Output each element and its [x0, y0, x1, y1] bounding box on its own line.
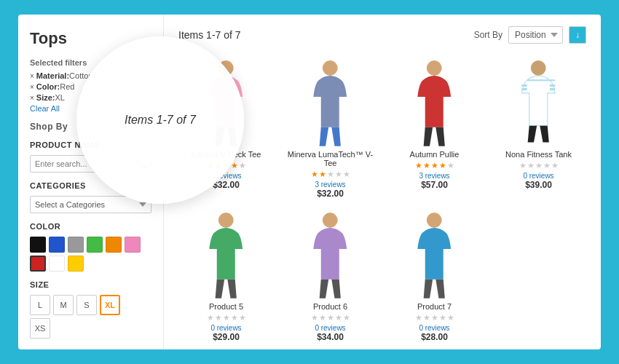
price-7: $28.00 [421, 332, 448, 342]
remove-size-filter[interactable]: × [30, 94, 34, 102]
selected-filters-label: Selected filters [30, 58, 151, 67]
filter-color: × Color:Red [30, 82, 151, 91]
product-card-4: Nona Fitness Tank ★★★★★ 0 reviews $39.00 [491, 55, 586, 199]
product-name-6: Product 6 [313, 302, 347, 311]
reviews-link-6[interactable]: 0 reviews [315, 324, 345, 332]
reviews-link-7[interactable]: 0 reviews [419, 324, 449, 332]
color-swatch-blue[interactable] [49, 237, 65, 253]
price-3: $57.00 [421, 180, 448, 190]
stars-4: ★★★★★ [519, 161, 559, 170]
product-image-4[interactable] [491, 55, 586, 150]
product-name-7: Product 7 [417, 302, 452, 311]
size-options-row2: XS [30, 318, 151, 339]
filter-material: × Material:Cotton [30, 71, 151, 80]
product-name-search-input[interactable] [35, 159, 135, 168]
product-image-1[interactable] [178, 55, 274, 150]
price-1: $32.00 [213, 180, 240, 190]
product-image-7[interactable] [387, 207, 482, 302]
color-swatch-orange[interactable] [106, 237, 122, 253]
size-S[interactable]: S [76, 295, 97, 315]
product-name-1: Karissa V-Neck Tee [192, 150, 261, 159]
product-name-3: Autumn Pullie [410, 150, 460, 159]
product-image-6[interactable] [283, 207, 378, 302]
size-section-title: SIZE [30, 280, 151, 289]
categories-section-title: CATEGORIES [30, 181, 151, 190]
product-card-6: Product 6 ★★★★★ 0 reviews $34.00 [283, 207, 378, 342]
price-6: $34.00 [317, 332, 344, 342]
svg-point-11 [427, 213, 442, 228]
color-section-title: COLOR [30, 222, 151, 231]
sort-select[interactable]: Position Name Price [508, 26, 563, 44]
page-title: Tops [30, 29, 151, 48]
size-XL[interactable]: XL [100, 295, 120, 315]
svg-point-9 [218, 213, 234, 228]
size-M[interactable]: M [53, 295, 74, 315]
product-card-1: Karissa V-Neck Tee ★★★★★ 3 reviews $32.0… [178, 55, 274, 199]
color-swatch-gray[interactable] [68, 237, 84, 253]
clear-all-link[interactable]: Clear All [30, 104, 151, 113]
color-swatch-green[interactable] [87, 237, 103, 253]
product-name-5: Product 5 [209, 302, 243, 311]
svg-point-10 [323, 213, 338, 228]
stars-7: ★★★★★ [415, 313, 454, 323]
shop-by-label: Shop By [30, 122, 151, 132]
size-XS[interactable]: XS [30, 318, 50, 339]
product-card-7: Product 7 ★★★★★ 0 reviews $28.00 [387, 207, 482, 342]
main-container: Tops Selected filters × Material:Cotton … [18, 15, 601, 349]
size-options: L M S XL [30, 295, 151, 315]
stars-2: ★★★★★ [311, 170, 350, 179]
color-swatch-yellow[interactable] [68, 256, 84, 272]
items-count: Items 1-7 of 7 [178, 29, 241, 41]
product-name-search-box: 🔍 [30, 155, 151, 173]
product-card-5: Product 5 ★★★★★ 0 reviews $29.00 [178, 207, 274, 342]
reviews-link-1[interactable]: 3 reviews [210, 172, 241, 180]
reviews-link-4[interactable]: 0 reviews [523, 172, 553, 180]
product-image-3[interactable] [387, 55, 482, 150]
price-2: $32.00 [317, 189, 344, 199]
stars-5: ★★★★★ [207, 313, 246, 323]
price-5: $29.00 [213, 332, 240, 342]
main-header: Items 1-7 of 7 Sort By Position Name Pri… [178, 26, 586, 44]
svg-point-1 [323, 60, 338, 76]
color-swatch-red[interactable] [30, 256, 46, 272]
size-L[interactable]: L [30, 295, 50, 315]
product-name-section-title: PRODUCT NAME [30, 141, 151, 149]
svg-point-3 [531, 60, 546, 76]
color-swatches [30, 237, 151, 272]
sort-bar: Sort By Position Name Price ↓ [474, 26, 586, 44]
remove-material-filter[interactable]: × [30, 72, 34, 80]
main-content: Items 1-7 of 7 Sort By Position Name Pri… [164, 15, 601, 349]
svg-point-2 [427, 60, 442, 76]
stars-6: ★★★★★ [311, 313, 350, 323]
svg-point-0 [218, 60, 234, 76]
sort-label: Sort By [474, 30, 502, 40]
product-name-4: Nona Fitness Tank [505, 150, 572, 159]
products-grid: Karissa V-Neck Tee ★★★★★ 3 reviews $32.0… [178, 55, 586, 342]
color-swatch-black[interactable] [30, 237, 46, 253]
price-4: $39.00 [525, 180, 552, 190]
reviews-link-5[interactable]: 0 reviews [210, 324, 241, 332]
categories-select[interactable]: Select a Categories [30, 196, 151, 213]
filter-size: × Size:XL [30, 93, 151, 102]
product-card-3: Autumn Pullie ★★★★★ 3 reviews $57.00 [387, 55, 482, 199]
sort-order-button[interactable]: ↓ [569, 26, 586, 44]
search-icon: 🔍 [135, 159, 146, 169]
reviews-link-3[interactable]: 3 reviews [419, 172, 449, 180]
color-swatch-pink[interactable] [125, 237, 141, 253]
color-swatch-white[interactable] [49, 256, 65, 272]
product-image-2[interactable] [283, 55, 378, 150]
reviews-link-2[interactable]: 3 reviews [315, 181, 345, 189]
product-image-5[interactable] [178, 207, 274, 302]
stars-1: ★★★★★ [207, 161, 246, 170]
product-name-2: Minerva LumaTech™ V-Tee [283, 150, 378, 167]
product-card-2: Minerva LumaTech™ V-Tee ★★★★★ 3 reviews … [283, 55, 378, 199]
remove-color-filter[interactable]: × [30, 83, 34, 91]
stars-3: ★★★★★ [415, 161, 454, 170]
sidebar: Tops Selected filters × Material:Cotton … [18, 15, 164, 349]
